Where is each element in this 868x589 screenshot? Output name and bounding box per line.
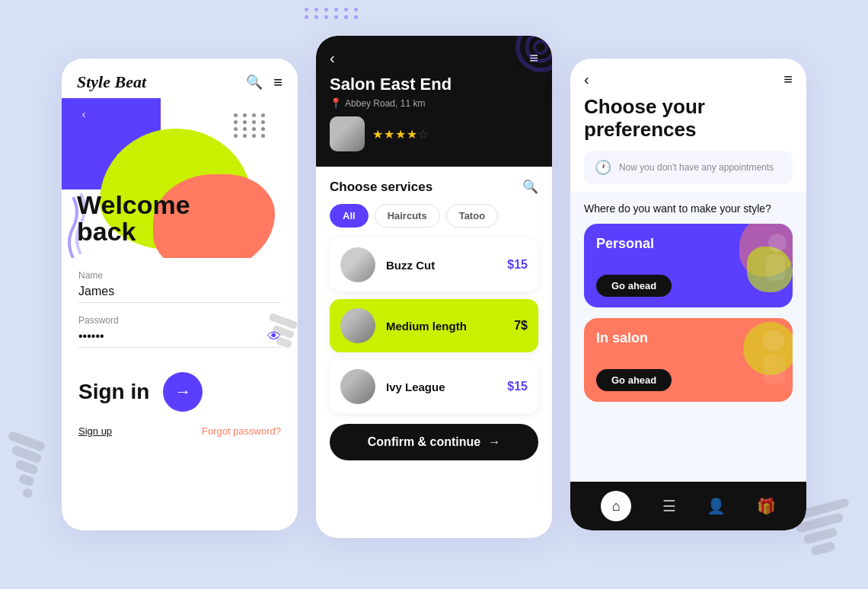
back-icon[interactable]: ‹ bbox=[330, 49, 335, 67]
service-avatar-buzzcut bbox=[340, 247, 375, 282]
password-wrap: 👁 bbox=[78, 327, 281, 348]
preferences-screen: ‹ ≡ Choose your preferences 🕐 Now you do… bbox=[570, 59, 806, 530]
salon-header: ‹ ≡ Salon East End 📍 Abbey Road, 11 km ★… bbox=[316, 36, 552, 167]
confirm-arrow-icon: → bbox=[488, 435, 500, 449]
svg-point-0 bbox=[518, 36, 552, 70]
salon-avatar bbox=[330, 116, 365, 151]
salon-location: 📍 Abbey Road, 11 km bbox=[330, 97, 538, 109]
signin-label: Sign in bbox=[78, 380, 149, 404]
service-item-medium[interactable]: Medium length 7$ bbox=[330, 299, 538, 352]
no-appointments-notice: 🕐 Now you don't have any appointments bbox=[584, 151, 793, 184]
clock-icon: 🕐 bbox=[595, 159, 611, 176]
service-name-ivyleague: Ivy League bbox=[386, 380, 496, 393]
rating-row: ★★★★☆ bbox=[330, 116, 538, 151]
preferences-title: Choose your preferences bbox=[584, 96, 793, 142]
preferences-body: Where do you want to make your style? Pe… bbox=[570, 192, 806, 423]
bg-stripes-bottom-left bbox=[8, 437, 46, 543]
service-avatar-medium bbox=[340, 308, 375, 343]
salon-deco bbox=[732, 318, 793, 402]
arrow-icon: → bbox=[174, 382, 191, 402]
menu-icon[interactable]: ≡ bbox=[273, 74, 282, 91]
svg-rect-4 bbox=[766, 254, 785, 281]
tab-tatoo[interactable]: Tatoo bbox=[446, 204, 498, 228]
bottom-nav: ⌂ ☰ 👤 🎁 bbox=[570, 482, 806, 530]
filter-tabs: All Haircuts Tatoo bbox=[330, 204, 538, 228]
user-nav-icon[interactable]: 👤 bbox=[707, 497, 726, 515]
svg-point-1 bbox=[527, 36, 552, 61]
signup-link[interactable]: Sign up bbox=[78, 425, 112, 437]
notice-text: Now you don't have any appointments bbox=[619, 162, 774, 173]
where-label: Where do you want to make your style? bbox=[584, 202, 793, 215]
confirm-button[interactable]: Confirm & continue → bbox=[330, 424, 538, 460]
home-icon: ⌂ bbox=[612, 498, 621, 514]
name-input[interactable] bbox=[78, 282, 281, 303]
service-price-ivyleague: $15 bbox=[507, 380, 528, 393]
option-card-salon[interactable]: In salon Go ahead bbox=[584, 318, 793, 402]
app-logo: Style Beat bbox=[77, 72, 146, 92]
hero-dots bbox=[234, 113, 267, 138]
service-name-medium: Medium length bbox=[386, 320, 503, 333]
service-name-buzzcut: Buzz Cut bbox=[386, 259, 496, 272]
signin-row: Sign in → bbox=[62, 372, 298, 412]
name-label: Name bbox=[78, 270, 281, 281]
avatar-image bbox=[330, 116, 365, 151]
personal-go-ahead-button[interactable]: Go ahead bbox=[596, 275, 672, 297]
svg-point-2 bbox=[535, 41, 547, 53]
tab-all[interactable]: All bbox=[330, 204, 369, 228]
menu-icon[interactable]: ≡ bbox=[783, 71, 793, 88]
search-icon[interactable]: 🔍 bbox=[246, 74, 263, 91]
screens-container: Style Beat 🔍 ≡ ‹ Welcome back bbox=[62, 51, 806, 538]
section-title: Choose services bbox=[330, 180, 432, 195]
top-nav-3: ‹ ≡ bbox=[584, 71, 793, 88]
welcome-text: Welcome back bbox=[77, 192, 190, 246]
option-card-personal[interactable]: Personal Go ahead bbox=[584, 224, 793, 307]
password-input[interactable] bbox=[78, 327, 281, 348]
service-price-medium: 7$ bbox=[514, 319, 528, 333]
confirm-label: Confirm & continue bbox=[368, 435, 480, 449]
service-item-buzzcut[interactable]: Buzz Cut $15 bbox=[330, 238, 538, 291]
salon-go-ahead-button[interactable]: Go ahead bbox=[596, 369, 672, 391]
tab-haircuts[interactable]: Haircuts bbox=[375, 204, 440, 228]
services-screen: ‹ ≡ Salon East End 📍 Abbey Road, 11 km ★… bbox=[316, 36, 552, 538]
option-label-salon: In salon bbox=[596, 330, 648, 346]
services-body: Choose services 🔍 All Haircuts Tatoo Buz… bbox=[316, 167, 552, 473]
personal-deco bbox=[732, 224, 793, 307]
search-icon[interactable]: 🔍 bbox=[522, 179, 538, 195]
back-icon[interactable]: ‹ bbox=[584, 71, 589, 88]
service-avatar-ivyleague bbox=[340, 369, 375, 404]
gift-nav-icon[interactable]: 🎁 bbox=[757, 497, 776, 515]
svg-rect-6 bbox=[764, 355, 785, 384]
stripe-decoration bbox=[269, 317, 298, 378]
bg-dots-top bbox=[305, 8, 360, 19]
service-price-buzzcut: $15 bbox=[507, 258, 528, 272]
location-pin-icon: 📍 bbox=[330, 97, 342, 109]
service-item-ivyleague[interactable]: Ivy League $15 bbox=[330, 360, 538, 413]
s1-header: Style Beat 🔍 ≡ bbox=[62, 59, 298, 98]
section-header: Choose services 🔍 bbox=[330, 179, 538, 195]
home-nav-button[interactable]: ⌂ bbox=[601, 491, 631, 521]
bottom-links: Sign up Forgot password? bbox=[62, 412, 298, 443]
header-icons: 🔍 ≡ bbox=[246, 74, 282, 91]
login-form: Name Password 👁 bbox=[62, 258, 298, 355]
hero-section: ‹ Welcome back bbox=[62, 98, 298, 258]
svg-point-3 bbox=[768, 234, 787, 252]
login-screen: Style Beat 🔍 ≡ ‹ Welcome back bbox=[62, 59, 298, 530]
option-label-personal: Personal bbox=[596, 236, 654, 252]
list-nav-icon[interactable]: ☰ bbox=[662, 497, 676, 515]
signin-button[interactable]: → bbox=[163, 372, 203, 412]
password-label: Password bbox=[78, 315, 281, 326]
deco-waves bbox=[499, 36, 552, 89]
star-rating: ★★★★☆ bbox=[372, 127, 429, 142]
back-button[interactable]: ‹ bbox=[74, 104, 94, 124]
forgot-password-link[interactable]: Forgot password? bbox=[202, 425, 281, 437]
svg-point-5 bbox=[763, 330, 784, 352]
preferences-header: ‹ ≡ Choose your preferences 🕐 Now you do… bbox=[570, 59, 806, 192]
